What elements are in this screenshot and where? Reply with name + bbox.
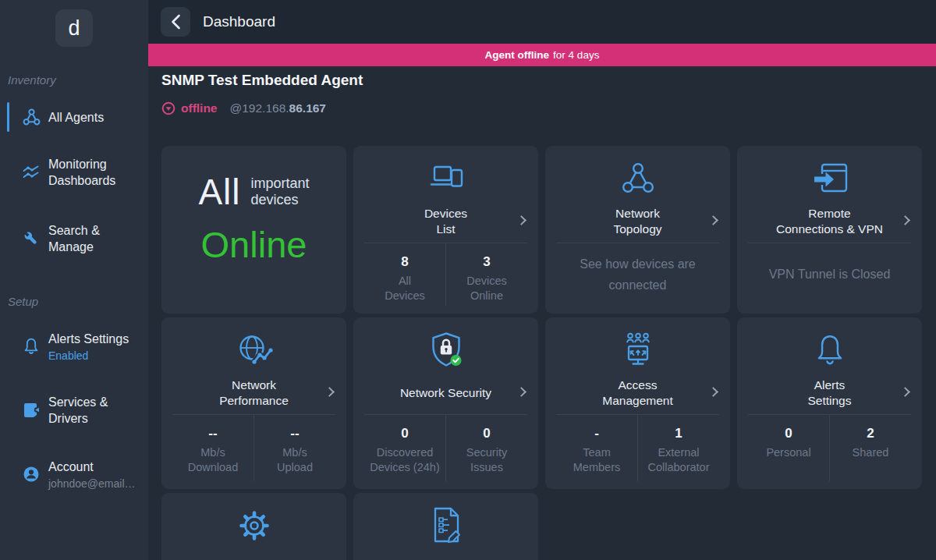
chevron-right-icon bbox=[516, 387, 526, 397]
sidebar-item-account[interactable]: Account johndoe@email… bbox=[0, 457, 148, 491]
chevron-right-icon bbox=[900, 215, 910, 225]
active-indicator bbox=[7, 102, 9, 132]
banner-bold-text: Agent offline bbox=[485, 49, 550, 61]
chevron-right-icon bbox=[708, 387, 718, 397]
card-title: Alerts Settings bbox=[764, 374, 895, 413]
sidebar-item-all-agents[interactable]: All Agents bbox=[0, 100, 148, 134]
alerts-enabled-status: Enabled bbox=[48, 349, 142, 362]
card-agent-logs[interactable] bbox=[353, 493, 538, 560]
stat-value: -- bbox=[172, 426, 254, 441]
card-network-performance[interactable]: Network Performance -- Mb/s Download -- … bbox=[161, 317, 346, 489]
stat-upload: -- Mb/s Upload bbox=[254, 414, 335, 481]
card-footer-text: VPN Tunnel is Closed bbox=[753, 243, 906, 306]
stat-all-devices: 8 All Devices bbox=[364, 243, 445, 306]
app-logo[interactable]: d bbox=[55, 9, 93, 47]
chevron-right-icon bbox=[324, 387, 335, 397]
access-management-icon bbox=[545, 330, 730, 370]
important-devices-caption: All important devices bbox=[198, 174, 309, 210]
stat-devices-online: 3 Devices Online bbox=[445, 243, 527, 306]
card-agent-settings[interactable] bbox=[161, 493, 346, 560]
gear-icon bbox=[161, 505, 346, 546]
chevron-left-icon bbox=[171, 14, 181, 30]
card-stats: - Team Members 1 External Collaborator bbox=[556, 414, 719, 481]
card-stats: -- Mb/s Download -- Mb/s Upload bbox=[172, 414, 335, 481]
stat-external-collaborator: 1 External Collaborator bbox=[637, 414, 719, 481]
agent-ip-prefix: @192.168. bbox=[230, 101, 289, 115]
security-shield-lock-icon bbox=[353, 330, 538, 370]
important-word-all: All bbox=[198, 174, 240, 210]
account-person-icon bbox=[22, 465, 41, 484]
card-title: Network Security bbox=[380, 374, 512, 413]
stat-personal-alerts: 0 Personal bbox=[748, 414, 829, 481]
stat-value: 1 bbox=[638, 426, 719, 441]
sidebar-item-label: Search & Manage bbox=[48, 222, 142, 255]
sidebar-item-services-drivers[interactable]: Services & Drivers bbox=[0, 392, 148, 428]
dashboard-card-grid: All important devices Online Devices Lis… bbox=[161, 146, 922, 560]
section-label-setup: Setup bbox=[8, 295, 38, 308]
network-nodes-icon bbox=[22, 108, 41, 126]
card-access-management[interactable]: Access Management - Team Members 1 Exter… bbox=[545, 317, 730, 489]
topbar: Dashboard bbox=[148, 0, 936, 44]
devices-icon bbox=[353, 158, 538, 199]
sidebar-item-monitoring-dashboards[interactable]: Monitoring Dashboards bbox=[0, 154, 148, 190]
card-important-devices-status[interactable]: All important devices Online bbox=[161, 146, 346, 314]
logo-letter: d bbox=[68, 16, 80, 41]
sidebar-item-label: Services & Drivers bbox=[48, 394, 142, 427]
document-edit-icon bbox=[353, 505, 538, 546]
card-title: Network Topology bbox=[572, 202, 704, 241]
chevron-right-icon bbox=[708, 215, 718, 225]
card-devices-list[interactable]: Devices List 8 All Devices 3 Devices Onl… bbox=[353, 146, 538, 314]
card-title: Network Performance bbox=[188, 374, 320, 413]
stat-team-members: - Team Members bbox=[556, 414, 637, 481]
page-title: Dashboard bbox=[203, 13, 275, 30]
agent-offline-banner[interactable]: Agent offline for 4 days bbox=[148, 44, 936, 66]
sidebar-item-label: Alerts Settings bbox=[48, 331, 142, 347]
card-network-security[interactable]: Network Security 0 Discovered Devices (2… bbox=[353, 317, 538, 489]
stat-label: Discovered Devices (24h) bbox=[364, 445, 445, 475]
card-remote-connections-vpn[interactable]: Remote Connections & VPN VPN Tunnel is C… bbox=[737, 146, 922, 314]
stat-value: 0 bbox=[446, 426, 527, 441]
agent-ip-bold: 86.167 bbox=[289, 101, 326, 115]
back-button[interactable] bbox=[161, 7, 190, 37]
sidebar-item-label: Monitoring Dashboards bbox=[48, 156, 142, 189]
monitoring-chart-icon bbox=[22, 163, 41, 182]
stat-value: 3 bbox=[446, 254, 527, 270]
stat-discovered-devices: 0 Discovered Devices (24h) bbox=[364, 414, 445, 481]
agent-status-row[interactable]: offline @192.168.86.167 bbox=[161, 100, 326, 117]
bell-icon bbox=[737, 330, 922, 370]
stat-label: All Devices bbox=[364, 274, 445, 303]
agent-status-label: offline bbox=[181, 101, 218, 115]
card-stats: 8 All Devices 3 Devices Online bbox=[364, 243, 527, 306]
stat-value: 8 bbox=[364, 254, 445, 270]
sidebar-item-label: Account bbox=[48, 459, 142, 475]
section-label-inventory: Inventory bbox=[8, 73, 56, 87]
stat-label: Security Issues bbox=[446, 445, 527, 475]
card-alerts-settings[interactable]: Alerts Settings 0 Personal 2 Shared bbox=[737, 317, 922, 489]
topology-icon bbox=[545, 158, 730, 199]
banner-rest-text: for 4 days bbox=[553, 49, 599, 61]
stat-label: Shared bbox=[830, 445, 911, 460]
card-title: Access Management bbox=[572, 374, 704, 413]
card-network-topology[interactable]: Network Topology See how devices are con… bbox=[545, 146, 730, 314]
stat-download: -- Mb/s Download bbox=[172, 414, 254, 481]
stat-label: External Collaborator bbox=[638, 445, 719, 475]
important-qualifier: important devices bbox=[251, 175, 310, 208]
agent-name: SNMP Test Embedded Agent bbox=[161, 72, 363, 89]
stat-label: Devices Online bbox=[446, 274, 527, 303]
stat-label: Mb/s Upload bbox=[254, 445, 335, 475]
stat-label: Mb/s Download bbox=[172, 445, 254, 475]
agent-ip: @192.168.86.167 bbox=[230, 101, 327, 115]
sidebar-item-search-manage[interactable]: Search & Manage bbox=[0, 221, 148, 257]
offline-status-icon bbox=[161, 101, 176, 115]
driver-plugin-icon bbox=[22, 401, 41, 420]
stat-label: Personal bbox=[748, 445, 829, 460]
sidebar-item-alerts-settings[interactable]: Alerts Settings Enabled bbox=[0, 329, 148, 363]
chevron-right-icon bbox=[900, 387, 910, 397]
chevron-right-icon bbox=[516, 215, 526, 225]
stat-value: 2 bbox=[830, 426, 911, 441]
performance-globe-icon bbox=[161, 330, 346, 370]
sidebar: d Inventory All Agents bbox=[0, 0, 148, 560]
stat-value: 0 bbox=[748, 426, 829, 441]
stat-value: - bbox=[556, 426, 637, 441]
card-title: Devices List bbox=[380, 202, 512, 241]
